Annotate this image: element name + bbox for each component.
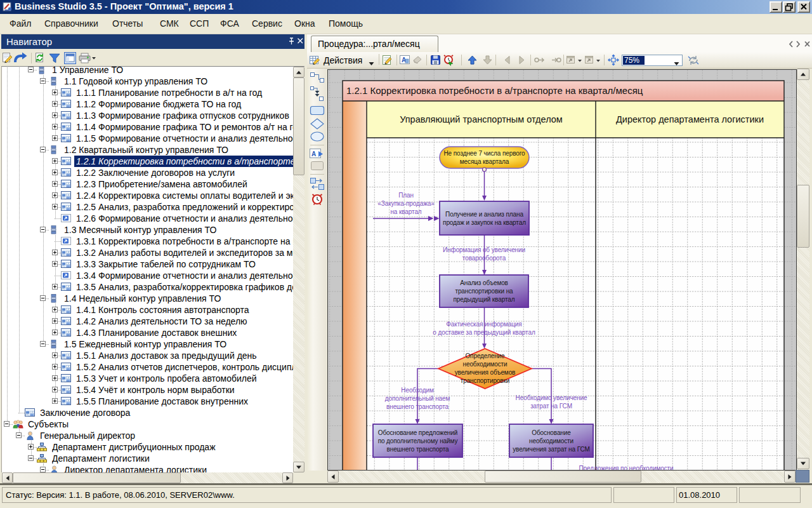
svg-text:A: A	[311, 150, 316, 157]
